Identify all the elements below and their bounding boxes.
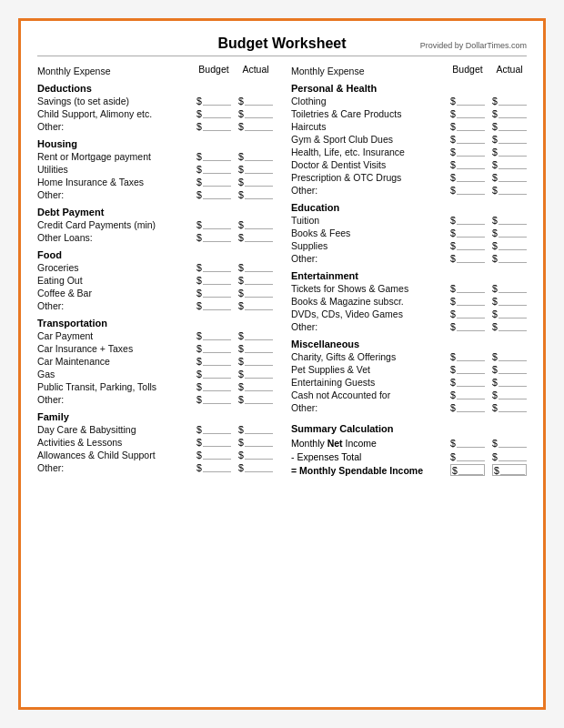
family-other-actual: $	[238, 462, 273, 473]
label-rent: Rent or Mortgage payment	[37, 151, 196, 162]
right-budget-header: Budget	[450, 64, 485, 75]
haircuts-actual: $	[492, 121, 527, 132]
values-home-insurance: $ $	[196, 177, 273, 187]
values-tuition: $ $	[450, 215, 527, 226]
tickets-budget: $	[450, 283, 485, 294]
row-other-loans: Other Loans: $ $	[37, 231, 273, 244]
label-prescription: Prescription & OTC Drugs	[291, 172, 450, 183]
misc-other-budget: $	[450, 402, 485, 413]
clothing-actual: $	[492, 96, 527, 106]
rent-actual: $	[238, 151, 273, 162]
label-supplies: Supplies	[291, 240, 450, 251]
summary-expenses-label: - Expenses Total	[291, 451, 450, 462]
left-monthly-expense-header: Monthly Expense	[37, 66, 196, 76]
row-health-insurance: Health, Life, etc. Insurance $ $	[291, 146, 527, 158]
summary-spendable-label: = Monthly Spendable Income	[291, 465, 450, 476]
transit-budget: $	[196, 381, 231, 392]
right-actual-header: Actual	[492, 64, 527, 75]
row-allowances: Allowances & Child Support $ $	[37, 449, 273, 461]
label-entertainment-other: Other:	[291, 321, 450, 332]
net-income-actual: $	[492, 438, 527, 449]
row-gas: Gas $ $	[37, 368, 273, 380]
label-dvds: DVDs, CDs, Video Games	[291, 308, 450, 319]
values-toiletries: $ $	[450, 108, 527, 119]
health-other-budget: $	[450, 185, 485, 196]
cash-actual: $	[492, 389, 527, 400]
toiletries-actual: $	[492, 108, 527, 119]
row-home-insurance: Home Insurance & Taxes $ $	[37, 176, 273, 188]
savings-actual: $	[238, 96, 273, 106]
label-pet-supplies: Pet Supplies & Vet	[291, 364, 450, 375]
row-magazines: Books & Magazine subscr. $ $	[291, 295, 527, 308]
values-groceries: $ $	[196, 262, 273, 273]
left-column: Monthly Expense Budget Actual Deductions…	[37, 62, 273, 476]
credit-card-budget: $	[196, 219, 231, 230]
gas-actual: $	[238, 369, 273, 379]
section-family: Family	[37, 411, 273, 422]
savings-budget: $	[196, 96, 231, 106]
daycare-actual: $	[238, 424, 273, 435]
label-education-other: Other:	[291, 253, 450, 264]
row-entertainment-other: Other: $ $	[291, 320, 527, 333]
food-other-budget: $	[196, 300, 231, 311]
right-col-headers: Budget Actual	[450, 64, 527, 75]
home-insurance-actual: $	[238, 177, 273, 187]
label-health-other: Other:	[291, 185, 450, 196]
values-transport-other: $ $	[196, 394, 273, 405]
label-eating-out: Eating Out	[37, 275, 196, 286]
row-transport-other: Other: $ $	[37, 393, 273, 406]
pet-supplies-actual: $	[492, 364, 527, 375]
section-deductions: Deductions	[37, 83, 273, 94]
values-family-other: $ $	[196, 462, 273, 473]
supplies-budget: $	[450, 240, 485, 251]
values-cash: $ $	[450, 389, 527, 400]
values-car-payment: $ $	[196, 330, 273, 341]
education-other-actual: $	[492, 253, 527, 264]
values-education-other: $ $	[450, 253, 527, 264]
values-coffee: $ $	[196, 288, 273, 298]
section-entertainment: Entertainment	[291, 270, 527, 281]
transit-actual: $	[238, 381, 273, 392]
values-credit-card: $ $	[196, 219, 273, 230]
summary-net-income-values: $ $	[450, 438, 527, 449]
values-savings: $ $	[196, 96, 273, 106]
summary-spendable-values: $ $	[450, 464, 527, 476]
label-other-loans: Other Loans:	[37, 232, 196, 243]
tuition-actual: $	[492, 215, 527, 226]
row-doctor: Doctor & Dentist Visits $ $	[291, 158, 527, 171]
summary-spendable-row: = Monthly Spendable Income $ $	[291, 464, 527, 476]
row-education-other: Other: $ $	[291, 252, 527, 265]
groceries-actual: $	[238, 262, 273, 273]
left-budget-header: Budget	[196, 64, 231, 75]
books-fees-actual: $	[492, 228, 527, 238]
net-income-budget: $	[450, 438, 485, 449]
entertainment-other-budget: $	[450, 321, 485, 332]
car-payment-actual: $	[238, 330, 273, 341]
values-health-insurance: $ $	[450, 147, 527, 157]
gym-budget: $	[450, 134, 485, 145]
summary-title: Summary Calculation	[291, 423, 527, 434]
rent-budget: $	[196, 151, 231, 162]
row-books-fees: Books & Fees $ $	[291, 227, 527, 239]
values-pet-supplies: $ $	[450, 364, 527, 375]
label-deductions-other: Other:	[37, 121, 196, 132]
row-activities: Activities & Lessons $ $	[37, 436, 273, 449]
coffee-budget: $	[196, 288, 231, 298]
credit-card-actual: $	[238, 219, 273, 230]
values-entertainment-other: $ $	[450, 321, 527, 332]
row-tickets: Tickets for Shows & Games $ $	[291, 282, 527, 295]
summary-expenses-row: - Expenses Total $ $	[291, 450, 527, 463]
expenses-budget: $	[450, 451, 485, 462]
deductions-other-actual: $	[238, 121, 273, 132]
tuition-budget: $	[450, 215, 485, 226]
values-doctor: $ $	[450, 159, 527, 170]
education-other-budget: $	[450, 253, 485, 264]
spendable-actual: $	[492, 464, 527, 476]
values-entertaining: $ $	[450, 377, 527, 388]
section-debt: Debt Payment	[37, 207, 273, 217]
values-gas: $ $	[196, 369, 273, 379]
label-coffee: Coffee & Bar	[37, 288, 196, 298]
section-miscellaneous: Miscellaneous	[291, 339, 527, 349]
right-column: Monthly Expense Budget Actual Personal &…	[291, 62, 527, 476]
charity-actual: $	[492, 351, 527, 362]
